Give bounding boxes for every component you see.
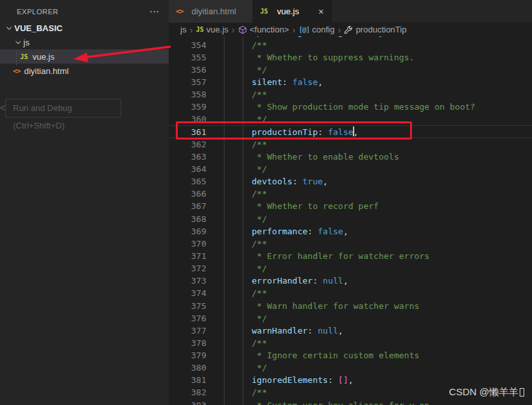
line-number: 378: [169, 337, 206, 349]
code-text: /**: [252, 287, 267, 299]
code-text: * Show production mode tip message on bo…: [252, 101, 475, 113]
code-text: errorHandler: null,: [252, 275, 348, 287]
code-text: */: [252, 163, 267, 175]
code-row[interactable]: 375 * Warn handler for watcher warns: [169, 300, 532, 312]
line-number: 382: [169, 386, 206, 399]
line-number: 376: [169, 312, 206, 325]
line-number: 381: [169, 374, 206, 386]
line-number: 372: [169, 262, 206, 275]
vscode-window: EXPLORER ⋯ VUE_BASIC js JS vue.js <> diy…: [0, 0, 532, 405]
code-text: productionTip: false,: [252, 126, 358, 138]
code-text: */: [252, 213, 267, 225]
breadcrumb-item-vuejs[interactable]: JS vue.js: [196, 25, 228, 34]
tab-label: diyitian.html: [191, 6, 236, 16]
close-icon[interactable]: ×: [317, 6, 325, 17]
code-row[interactable]: 355 * Whether to suppress warnings.: [169, 51, 532, 64]
code-row[interactable]: 370/**: [169, 238, 532, 250]
code-row[interactable]: 362/**: [169, 138, 532, 151]
code-row[interactable]: 354/**: [169, 39, 532, 51]
tab-diyitian-html[interactable]: <> diyitian.html: [169, 0, 253, 23]
breadcrumb-item-function[interactable]: <function>: [238, 25, 289, 34]
code-row[interactable]: 374/**: [169, 287, 532, 299]
code-row[interactable]: 361productionTip: false,: [169, 126, 532, 138]
line-number: 369: [169, 225, 206, 238]
line-number: 361: [169, 126, 206, 138]
code-text: silent: false,: [252, 76, 323, 88]
code-row[interactable]: 357silent: false,: [169, 76, 532, 88]
code-text: * Whether to suppress warnings.: [252, 51, 414, 64]
breadcrumb-item-config[interactable]: [@] config: [298, 25, 335, 34]
line-number: 377: [169, 325, 206, 337]
line-number: 364: [169, 163, 206, 175]
line-number: 354: [169, 39, 206, 51]
code-row[interactable]: 365devtools: true,: [169, 175, 532, 188]
code-text: ignoredElements: [],: [252, 374, 354, 386]
breadcrumb-separator: ›: [292, 25, 295, 35]
code-row[interactable]: 377warnHandler: null,: [169, 325, 532, 337]
explorer-title: EXPLORER: [17, 8, 58, 16]
watermark-text: CSDN @懒羊羊: [449, 386, 518, 399]
code-row[interactable]: 358/**: [169, 88, 532, 101]
code-row[interactable]: 364 */: [169, 163, 532, 175]
more-actions-icon[interactable]: ⋯: [149, 8, 160, 15]
line-number: 368: [169, 213, 206, 225]
code-text: */: [252, 113, 267, 125]
code-row[interactable]: 359 * Show production mode tip message o…: [169, 101, 532, 113]
code-text: */: [252, 262, 267, 275]
code-row[interactable]: 381ignoredElements: [],: [169, 374, 532, 386]
code-text: */: [252, 64, 267, 76]
tree-file-diyitian-html[interactable]: <> diyitian.html: [0, 64, 169, 78]
code-row[interactable]: 366/**: [169, 188, 532, 200]
tree-indent-guide: [16, 51, 17, 66]
breadcrumb-item-js[interactable]: js: [180, 25, 186, 34]
code-text: performance: false,: [252, 225, 348, 238]
tree-folder-js[interactable]: js: [0, 35, 169, 49]
breadcrumb-separator: ›: [338, 25, 341, 35]
code-text: optionMergeStrategies: Object.create(nul…: [252, 36, 470, 39]
code-row[interactable]: 371 * Error handler for watcher errors: [169, 250, 532, 262]
code-row[interactable]: 378/**: [169, 337, 532, 349]
code-row[interactable]: 356 */: [169, 64, 532, 76]
code-editor[interactable]: 353optionMergeStrategies: Object.create(…: [169, 36, 532, 405]
code-row[interactable]: 363 * Whether to enable devtools: [169, 151, 532, 163]
code-row[interactable]: 379 * Ignore certain custom elements: [169, 349, 532, 362]
breadcrumb-item-productiontip[interactable]: productionTip: [344, 25, 406, 34]
indent-guide: [243, 36, 243, 405]
symbol-property-wrench-icon: [344, 25, 353, 34]
code-text: * Warn handler for watcher warns: [252, 300, 419, 312]
explorer-sidebar: EXPLORER ⋯ VUE_BASIC js JS vue.js <> diy…: [0, 0, 169, 405]
collapsed-chevron: <: [0, 103, 5, 113]
code-text: */: [252, 312, 267, 325]
tab-vuejs[interactable]: JS vue.js ×: [253, 0, 332, 23]
code-row[interactable]: 369performance: false,: [169, 225, 532, 238]
code-row[interactable]: 368 */: [169, 213, 532, 225]
line-number: 374: [169, 287, 206, 299]
html-file-icon: <>: [176, 7, 183, 16]
code-text: */: [252, 362, 267, 374]
root-folder-label: VUE_BASIC: [14, 23, 62, 33]
indent-guide: [224, 36, 224, 405]
code-row[interactable]: 383 * Custom user key aliases for v-on: [169, 399, 532, 405]
code-text: /**: [252, 39, 267, 51]
code-row[interactable]: 373errorHandler: null,: [169, 275, 532, 287]
tree-file-vuejs[interactable]: JS vue.js: [0, 49, 169, 64]
run-and-debug-ghost-button[interactable]: Run and Debug (Ctrl+Shift+D): [5, 99, 121, 117]
code-text: * Ignore certain custom elements: [252, 349, 419, 362]
code-text: /**: [252, 238, 267, 250]
code-row[interactable]: 372 */: [169, 262, 532, 275]
tree-root-vue-basic[interactable]: VUE_BASIC: [0, 21, 169, 35]
symbol-object-icon: [@]: [298, 25, 309, 34]
code-text: /**: [252, 386, 267, 399]
line-number: 373: [169, 275, 206, 287]
code-text: * Whether to record perf: [252, 200, 379, 212]
line-number: 362: [169, 138, 206, 151]
code-row[interactable]: 360 */: [169, 113, 532, 125]
code-row[interactable]: 380 */: [169, 362, 532, 374]
code-text: devtools: true,: [252, 175, 328, 188]
line-number: 370: [169, 238, 206, 250]
line-number: 380: [169, 362, 206, 374]
code-row[interactable]: 367 * Whether to record perf: [169, 200, 532, 212]
line-number: 359: [169, 101, 206, 113]
file-label: vue.js: [32, 52, 54, 62]
code-row[interactable]: 376 */: [169, 312, 532, 325]
